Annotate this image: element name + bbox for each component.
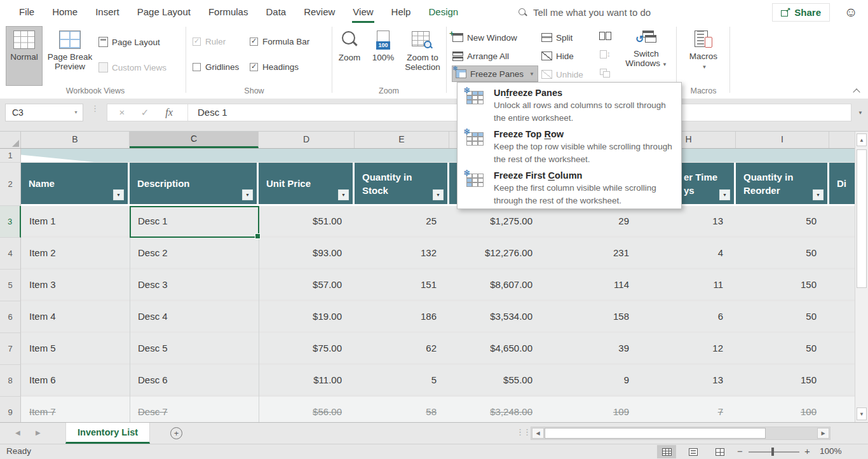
- page-layout-view-button[interactable]: Page Layout: [98, 35, 160, 49]
- sheet-tab-inventory-list[interactable]: Inventory List: [65, 423, 150, 444]
- cell-H8[interactable]: 13: [642, 365, 736, 395]
- cell-D4[interactable]: $93.00: [259, 238, 355, 268]
- cell-H4[interactable]: 4: [642, 238, 736, 268]
- horizontal-scrollbar[interactable]: ◀ ▶: [531, 427, 831, 440]
- menu-item-freeze-first-column[interactable]: Freeze First ColumnKeep the first column…: [458, 168, 681, 209]
- column-header-E[interactable]: E: [355, 132, 449, 148]
- menu-item-freeze-top-row[interactable]: Freeze Top RowKeep the top row visible w…: [458, 127, 681, 168]
- split-button[interactable]: Split: [541, 31, 573, 45]
- row-header-5[interactable]: 5: [0, 270, 21, 301]
- cell-I5[interactable]: 150: [736, 270, 829, 299]
- cell-B8[interactable]: Item 6: [21, 365, 130, 395]
- tab-review[interactable]: Review: [295, 0, 344, 24]
- expand-formula-bar-icon[interactable]: [858, 110, 863, 116]
- cell-E4[interactable]: 132: [355, 238, 449, 268]
- cell-J4[interactable]: [829, 238, 855, 268]
- cell-J6[interactable]: [829, 301, 855, 331]
- name-box[interactable]: C3: [5, 104, 83, 121]
- cell-C8[interactable]: Desc 6: [130, 365, 259, 395]
- cell-G5[interactable]: 114: [545, 270, 642, 299]
- cell-H6[interactable]: 6: [642, 301, 736, 331]
- column-header-J[interactable]: [829, 132, 857, 148]
- row-header-1[interactable]: 1: [0, 149, 21, 163]
- row-header-2[interactable]: 2: [0, 163, 21, 206]
- cell-I3[interactable]: 50: [736, 206, 829, 236]
- select-all-corner[interactable]: [0, 132, 21, 148]
- switch-windows-button[interactable]: Switch Windows: [627, 27, 666, 85]
- view-side-by-side-button[interactable]: [597, 28, 613, 43]
- gridlines-checkbox-box[interactable]: [193, 63, 201, 71]
- page-break-preview-button[interactable]: Page Break Preview: [44, 27, 95, 85]
- cell-G7[interactable]: 39: [545, 333, 642, 363]
- column-header-I[interactable]: I: [736, 132, 829, 148]
- cell-B5[interactable]: Item 3: [21, 270, 130, 299]
- table-header-I[interactable]: Quantity in Reorder: [736, 163, 829, 204]
- cell-E8[interactable]: 5: [355, 365, 449, 395]
- tab-view[interactable]: View: [344, 0, 382, 24]
- zoom-in-icon[interactable]: +: [804, 446, 810, 456]
- filter-button[interactable]: [719, 189, 730, 200]
- cell-I6[interactable]: 50: [736, 301, 829, 331]
- page-break-view-toggle[interactable]: [710, 445, 729, 458]
- column-header-C[interactable]: C: [130, 132, 259, 148]
- filter-button[interactable]: [813, 189, 824, 200]
- row-header-3[interactable]: 3: [0, 206, 21, 238]
- cell-G3[interactable]: 29: [545, 206, 642, 236]
- hide-button[interactable]: Hide: [541, 49, 574, 63]
- scroll-right-icon[interactable]: ▶: [817, 428, 829, 439]
- cell-C4[interactable]: Desc 2: [130, 238, 259, 268]
- cell-E6[interactable]: 186: [355, 301, 449, 331]
- cell-D6[interactable]: $19.00: [259, 301, 355, 331]
- cell-C9[interactable]: Desc 7: [130, 397, 259, 422]
- feedback-smiley-icon[interactable]: [844, 3, 858, 21]
- cell-B7[interactable]: Item 5: [21, 333, 130, 363]
- row-header-4[interactable]: 4: [0, 238, 21, 270]
- cell-E3[interactable]: 25: [355, 206, 449, 236]
- normal-view-toggle[interactable]: [657, 445, 676, 458]
- share-button[interactable]: Share: [772, 3, 830, 22]
- cell-J8[interactable]: [829, 365, 855, 395]
- cell-I7[interactable]: 50: [736, 333, 829, 363]
- page-layout-view-toggle[interactable]: [684, 445, 703, 458]
- cell-B9[interactable]: Item 7: [21, 397, 130, 422]
- cell-G8[interactable]: 9: [545, 365, 642, 395]
- cell-F3[interactable]: $1,275.00: [449, 206, 545, 236]
- cell-H5[interactable]: 11: [642, 270, 736, 299]
- cell-H7[interactable]: 12: [642, 333, 736, 363]
- cell-B6[interactable]: Item 4: [21, 301, 130, 331]
- tab-page-layout[interactable]: Page Layout: [128, 0, 200, 24]
- table-title-row[interactable]: [21, 149, 855, 162]
- cell-D5[interactable]: $57.00: [259, 270, 355, 299]
- zoom-level[interactable]: 100%: [820, 446, 842, 456]
- table-header-J[interactable]: Di: [829, 163, 855, 204]
- row-header-7[interactable]: 7: [0, 333, 21, 365]
- fill-handle[interactable]: [255, 233, 261, 239]
- cell-J7[interactable]: [829, 333, 855, 363]
- cell-E5[interactable]: 151: [355, 270, 449, 299]
- row-header-6[interactable]: 6: [0, 301, 21, 333]
- cell-G6[interactable]: 158: [545, 301, 642, 331]
- tell-me-search[interactable]: Tell me what you want to do: [518, 0, 651, 24]
- zoom-slider-thumb[interactable]: [771, 448, 774, 456]
- freeze-panes-button[interactable]: Freeze Panes: [452, 66, 538, 81]
- cell-B4[interactable]: Item 2: [21, 238, 130, 268]
- horizontal-scrollbar-thumb[interactable]: [545, 428, 766, 439]
- tab-design[interactable]: Design: [419, 0, 467, 24]
- table-header-D[interactable]: Unit Price: [259, 163, 355, 204]
- cell-F4[interactable]: $12,276.00: [449, 238, 545, 268]
- scroll-up-icon[interactable]: ▲: [857, 134, 867, 146]
- tab-bar-grip-icon[interactable]: ⋮⋮: [516, 427, 530, 437]
- zoom-slider-track[interactable]: [749, 451, 799, 453]
- formula-bar-grip-icon[interactable]: ⋮: [91, 105, 99, 112]
- cell-E7[interactable]: 62: [355, 333, 449, 363]
- insert-function-icon[interactable]: fx: [159, 104, 179, 121]
- table-header-B[interactable]: Name: [21, 163, 130, 204]
- cell-C5[interactable]: Desc 3: [130, 270, 259, 299]
- headings-checkbox-box[interactable]: [250, 63, 258, 71]
- row-header-8[interactable]: 8: [0, 365, 21, 397]
- cell-H9[interactable]: 7: [642, 397, 736, 422]
- next-sheet-icon[interactable]: ▶: [36, 429, 41, 436]
- cell-F8[interactable]: $55.00: [449, 365, 545, 395]
- cell-F6[interactable]: $3,534.00: [449, 301, 545, 331]
- scroll-left-icon[interactable]: ◀: [532, 428, 544, 439]
